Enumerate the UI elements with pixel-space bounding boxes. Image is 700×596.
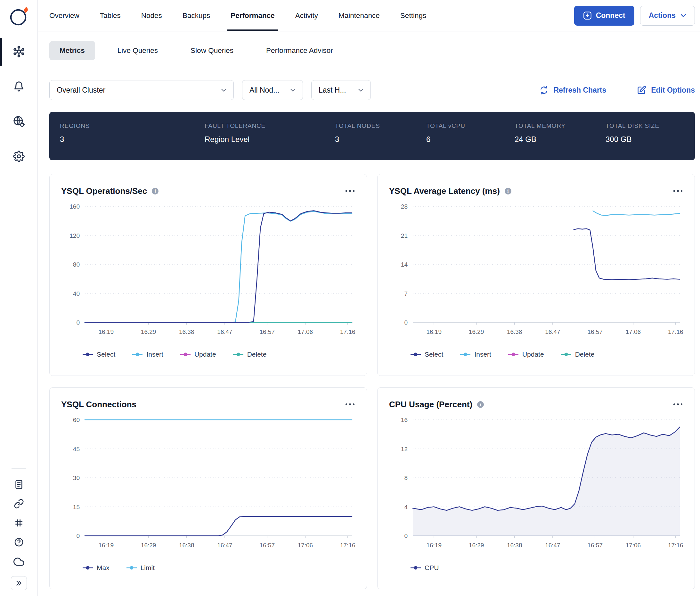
x-axis-tick: 16:29 [141, 542, 156, 549]
cluster-select[interactable]: Overall Cluster [49, 80, 234, 100]
chart-menu-button[interactable] [345, 188, 356, 195]
legend-marker-icon [132, 352, 143, 357]
stat-label: TOTAL MEMORY [515, 122, 605, 129]
stat-value: 3 [60, 135, 205, 144]
info-icon[interactable]: i [152, 188, 158, 195]
tab-maintenance[interactable]: Maintenance [338, 0, 380, 31]
x-axis-tick: 16:38 [507, 328, 522, 335]
connect-label: Connect [596, 11, 625, 20]
sidebar-item-docs[interactable] [11, 479, 27, 490]
sidebar-item-cloud-status[interactable] [11, 556, 27, 567]
edit-options-label: Edit Options [651, 86, 695, 95]
legend-item-Delete[interactable]: Delete [233, 351, 267, 358]
tab-backups[interactable]: Backups [183, 0, 210, 31]
legend-item-Select[interactable]: Select [82, 351, 115, 358]
time-range-select[interactable]: Last H... [311, 80, 371, 100]
actions-label: Actions [649, 11, 676, 20]
sidebar [0, 0, 38, 596]
y-axis-tick: 0 [76, 319, 80, 326]
stat-value: 3 [335, 135, 426, 144]
actions-button[interactable]: Actions [640, 6, 695, 26]
edit-options-button[interactable]: Edit Options [637, 85, 695, 95]
stat-label: TOTAL NODES [335, 122, 426, 129]
y-axis-tick: 28 [401, 203, 408, 210]
legend-item-CPU[interactable]: CPU [410, 564, 439, 572]
legend-marker-icon [180, 352, 191, 357]
ysql-operations-chart-canvas: 0408012016016:1916:2916:3816:4716:5717:0… [61, 198, 356, 349]
subtab-performance-advisor[interactable]: Performance Advisor [256, 41, 343, 60]
tab-nodes[interactable]: Nodes [141, 0, 162, 31]
info-icon[interactable]: i [477, 401, 484, 408]
y-axis-tick: 4 [404, 504, 408, 511]
legend-item-Insert[interactable]: Insert [132, 351, 163, 358]
legend-label: Update [195, 351, 216, 358]
bolt-icon [583, 11, 592, 20]
legend-item-Update[interactable]: Update [180, 351, 216, 358]
refresh-charts-label: Refresh Charts [553, 86, 606, 95]
sidebar-expand-button[interactable] [11, 576, 27, 590]
sidebar-item-help[interactable] [11, 537, 27, 547]
y-axis-tick: 30 [73, 475, 80, 481]
x-axis-tick: 17:06 [298, 542, 313, 549]
chevron-down-icon [680, 14, 686, 18]
stat-total-vcpu: TOTAL vCPU 6 [426, 122, 515, 160]
tab-performance[interactable]: Performance [231, 0, 275, 31]
sidebar-item-network-access[interactable] [0, 115, 37, 127]
chart-legend: CPU [410, 564, 683, 572]
y-axis-tick: 16 [401, 417, 408, 423]
subtab-live-queries[interactable]: Live Queries [107, 41, 168, 60]
legend-marker-icon [410, 566, 421, 570]
stat-total-nodes: TOTAL NODES 3 [335, 122, 426, 160]
legend-item-Max[interactable]: Max [82, 564, 109, 572]
x-axis-tick: 16:47 [217, 328, 232, 335]
chart-title: CPU Usage (Percent) [389, 400, 472, 409]
tab-overview[interactable]: Overview [49, 0, 79, 31]
y-axis-tick: 45 [73, 446, 80, 452]
connect-button[interactable]: Connect [574, 6, 634, 26]
chart-menu-button[interactable] [673, 188, 683, 195]
subtab-metrics[interactable]: Metrics [49, 41, 95, 60]
link-icon [14, 499, 24, 509]
legend-label: Max [97, 564, 109, 572]
time-range-select-value: Last H... [319, 86, 346, 95]
gear-icon [13, 151, 25, 162]
x-axis-tick: 16:57 [587, 328, 603, 335]
y-axis-tick: 160 [70, 203, 80, 210]
sidebar-item-settings[interactable] [0, 151, 37, 162]
chart-card-ysql-connections: YSQL Connections 01530456016:1916:2916:3… [49, 388, 367, 589]
legend-item-Delete[interactable]: Delete [561, 351, 595, 358]
cluster-tabs: Overview Tables Nodes Backups Performanc… [49, 0, 426, 31]
sidebar-item-alerts[interactable] [0, 81, 37, 92]
legend-label: Select [424, 351, 443, 358]
performance-subtabs: Metrics Live Queries Slow Queries Perfor… [49, 41, 700, 60]
chart-menu-button[interactable] [345, 401, 356, 408]
refresh-charts-button[interactable]: Refresh Charts [539, 85, 606, 95]
x-axis-tick: 16:19 [98, 328, 114, 335]
chevron-down-icon [290, 89, 295, 92]
y-axis-tick: 60 [73, 417, 80, 423]
nodes-select[interactable]: All Nod... [242, 80, 303, 100]
legend-item-Limit[interactable]: Limit [126, 564, 155, 572]
legend-item-Insert[interactable]: Insert [460, 351, 491, 358]
legend-label: Delete [575, 351, 595, 358]
yugabyte-logo-icon[interactable] [8, 5, 29, 28]
x-axis-tick: 17:16 [340, 542, 356, 549]
sidebar-item-integrations[interactable] [11, 499, 27, 509]
legend-marker-icon [82, 352, 93, 357]
series-line-Insert [593, 211, 680, 215]
sidebar-item-cluster[interactable] [0, 46, 37, 58]
x-axis-tick: 16:38 [507, 542, 522, 549]
pencil-icon [637, 85, 646, 95]
tab-settings[interactable]: Settings [400, 0, 426, 31]
legend-item-Select[interactable]: Select [410, 351, 443, 358]
legend-item-Update[interactable]: Update [508, 351, 544, 358]
y-axis-tick: 14 [401, 261, 408, 268]
sidebar-item-slack[interactable] [11, 518, 27, 528]
chart-menu-button[interactable] [673, 401, 683, 408]
tab-tables[interactable]: Tables [100, 0, 121, 31]
legend-marker-icon [561, 352, 572, 357]
info-icon[interactable]: i [505, 188, 511, 195]
tab-activity[interactable]: Activity [295, 0, 318, 31]
subtab-slow-queries[interactable]: Slow Queries [180, 41, 244, 60]
legend-label: Select [97, 351, 115, 358]
